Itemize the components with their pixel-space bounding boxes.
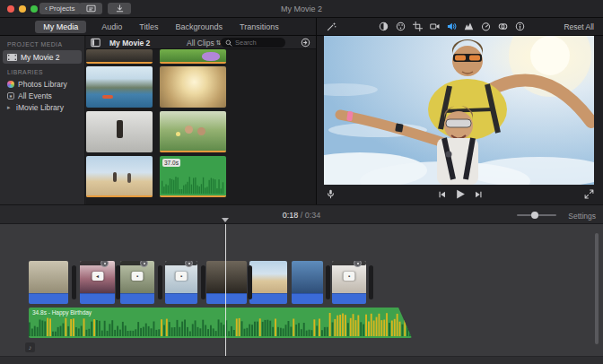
preview-toolbar: Reset All [316, 18, 603, 36]
timeline-footer [0, 356, 603, 364]
audio-waveform [162, 172, 224, 194]
timeline-clip[interactable] [29, 261, 68, 304]
enhance-wand-icon[interactable] [327, 22, 336, 31]
volume-icon[interactable] [447, 22, 457, 31]
disclosure-triangle-icon[interactable]: ▸ [7, 104, 13, 111]
crop-icon[interactable] [413, 22, 423, 31]
clip-edge-handle[interactable] [116, 265, 120, 299]
noise-reduction-icon[interactable] [464, 22, 474, 31]
fullscreen-icon[interactable] [584, 189, 594, 199]
title-bar: ‹ Projects My Movie 2 [0, 0, 603, 18]
timeline-settings-button[interactable]: Settings [568, 212, 596, 221]
audio-clip-thumbnail[interactable]: 37.0s [160, 156, 226, 197]
tab-transitions[interactable]: Transitions [238, 21, 281, 33]
sidebar-item-photos-library[interactable]: Photos Library [3, 78, 82, 90]
next-frame-button[interactable] [474, 190, 483, 199]
imovie-window: ‹ Projects My Movie 2 My Media Audio Tit… [0, 0, 603, 364]
clip-edge-handle[interactable] [326, 265, 330, 299]
adjustment-badge-icon[interactable] [354, 261, 362, 267]
clip-thumbnail[interactable] [160, 111, 226, 152]
color-correction-icon[interactable] [396, 22, 406, 31]
microphone-icon[interactable] [326, 189, 336, 199]
timeline-clip[interactable] [292, 261, 323, 304]
clip-info-icon[interactable] [515, 22, 525, 31]
search-input[interactable] [235, 39, 280, 47]
favorite-range-strip [160, 62, 226, 64]
favorite-range-strip [160, 195, 226, 197]
adjustment-badge-icon[interactable] [100, 261, 109, 267]
clip-edge-handle[interactable] [158, 265, 162, 299]
zoom-slider-thumb[interactable] [531, 212, 538, 219]
import-button[interactable] [108, 3, 131, 14]
tab-titles[interactable]: Titles [137, 21, 160, 33]
browser-title: My Movie 2 [109, 39, 150, 48]
music-lane-icon[interactable]: ♪ [25, 342, 35, 352]
minimize-window-button[interactable] [19, 5, 26, 13]
media-button[interactable] [79, 3, 102, 14]
timeline-zoom-slider[interactable] [517, 214, 556, 216]
color-balance-icon[interactable] [379, 22, 389, 31]
video-frame[interactable] [324, 36, 594, 185]
browser-action-button[interactable] [301, 38, 310, 48]
clip-thumbnail[interactable] [86, 156, 153, 197]
photos-library-icon [7, 81, 14, 88]
projects-button-label: Projects [49, 4, 75, 13]
timeline-clip[interactable]: ◂ [80, 261, 115, 304]
import-media-icon [86, 4, 96, 13]
current-time: 0:18 [283, 211, 299, 220]
clip-audio-strip [165, 293, 197, 304]
clip-audio-strip [332, 293, 366, 304]
clip-edge-handle[interactable] [72, 265, 76, 299]
reset-all-button[interactable]: Reset All [564, 22, 594, 31]
playhead-marker[interactable] [222, 218, 229, 222]
chevron-left-icon: ‹ [45, 4, 48, 13]
play-button[interactable] [454, 188, 466, 200]
skydiving-video-still [324, 36, 594, 185]
speed-icon[interactable] [481, 22, 491, 31]
timeline-clip[interactable]: ▪ [120, 261, 154, 304]
clip-thumbnail[interactable] [160, 49, 226, 64]
timeline-clip[interactable]: ▪ [165, 261, 197, 304]
search-icon [225, 39, 232, 47]
sidebar-item-imovie-library[interactable]: ▸ iMovie Library [3, 101, 82, 113]
tab-backgrounds[interactable]: Backgrounds [173, 21, 224, 33]
adjustment-badge-icon[interactable] [185, 261, 193, 267]
tab-my-media[interactable]: My Media [35, 21, 86, 33]
playhead-line[interactable] [225, 224, 226, 356]
timeline-clip[interactable]: ▪ [332, 261, 366, 304]
sidebar-item-my-movie-2[interactable]: My Movie 2 [3, 50, 82, 64]
zoom-window-button[interactable] [31, 5, 38, 13]
sidebar-item-label: iMovie Library [16, 103, 64, 112]
sidebar-toggle-icon[interactable] [91, 38, 100, 48]
timeline-clip[interactable] [249, 261, 287, 304]
timeline-clip[interactable] [206, 261, 247, 304]
previous-frame-button[interactable] [437, 190, 446, 199]
background-music-clip[interactable]: 34.8s - Happy Birthday [29, 308, 412, 338]
viewer-pane [317, 36, 603, 204]
adjustment-badge-icon[interactable] [140, 261, 148, 267]
sidebar-item-all-events[interactable]: ★ All Events [3, 90, 82, 101]
media-browser: My Movie 2 All Clips ⇅ 37.0s [86, 36, 316, 204]
stabilization-icon[interactable] [430, 22, 440, 31]
projects-back-button[interactable]: ‹ Projects [39, 3, 81, 14]
clip-edge-handle[interactable] [201, 265, 205, 299]
search-field[interactable] [221, 38, 285, 48]
music-clip-label: 34.8s - Happy Birthday [32, 309, 92, 316]
clip-filter-dropdown[interactable]: All Clips ⇅ [187, 39, 222, 48]
clip-edge-handle[interactable] [369, 265, 373, 299]
playback-controls [317, 185, 603, 204]
clip-filter-icon[interactable] [498, 22, 508, 31]
clip-thumbnail[interactable] [160, 66, 226, 108]
clip-thumbnail[interactable] [86, 111, 153, 152]
timeline-scrollbar[interactable] [595, 233, 599, 344]
favorite-range-strip [86, 62, 153, 64]
tab-audio[interactable]: Audio [100, 21, 124, 33]
window-title: My Movie 2 [179, 4, 424, 13]
sidebar-item-label: Photos Library [18, 80, 67, 89]
clip-thumbnail[interactable] [86, 66, 153, 108]
clip-thumbnail[interactable] [86, 49, 153, 64]
close-window-button[interactable] [7, 5, 14, 13]
timeline-toolbar: 0:18 / 0:34 Settings [0, 204, 603, 224]
clip-edge-handle[interactable] [248, 265, 252, 299]
sidebar-item-label: All Events [18, 91, 52, 100]
